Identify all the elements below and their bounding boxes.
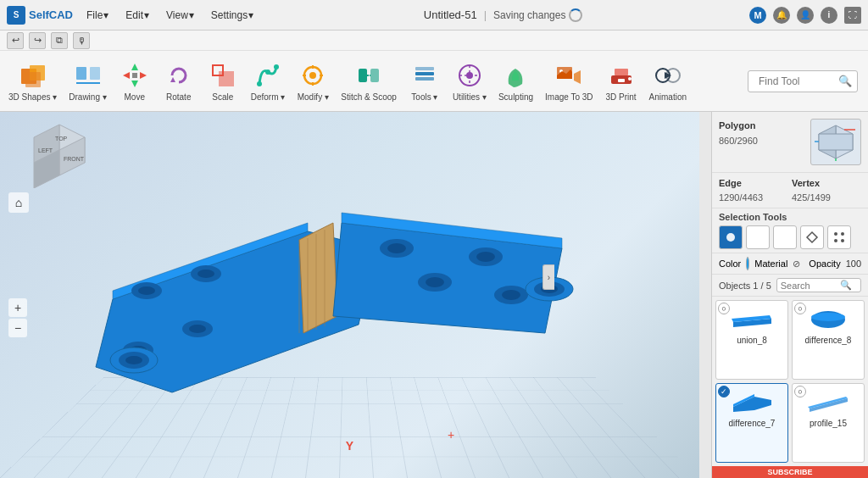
svg-rect-24 <box>370 69 379 82</box>
objects-search-input[interactable] <box>781 281 840 291</box>
logo-icon: S <box>7 6 25 25</box>
tool-stitch-scoop[interactable]: Stitch & Scoop <box>336 51 402 111</box>
svg-rect-3 <box>76 67 86 80</box>
logo-text: SelfCAD <box>29 8 73 21</box>
extra-select-button-2[interactable] <box>827 225 851 249</box>
home-button[interactable]: ⌂ <box>8 192 29 213</box>
svg-marker-41 <box>665 72 671 79</box>
menu-edit[interactable]: Edit ▾ <box>122 8 153 23</box>
svg-rect-36 <box>615 69 628 75</box>
profile-15-checkbox[interactable]: ○ <box>794 386 806 397</box>
svg-text:TOP: TOP <box>55 136 68 142</box>
svg-point-78 <box>726 233 735 242</box>
icon-fullscreen[interactable]: ⛶ <box>844 7 861 24</box>
svg-point-18 <box>309 72 316 79</box>
title-area: Untitled-51 | Saving changes <box>267 8 739 22</box>
color-material-row: Color Material ⊘ Opacity 100 <box>712 253 868 275</box>
svg-rect-4 <box>90 67 100 80</box>
zoom-out-button[interactable]: − <box>8 319 27 337</box>
tool-3d-shapes[interactable]: 3D Shapes ▾ <box>3 51 62 111</box>
axis-y-indicator: Y <box>346 439 353 453</box>
zoom-controls: + − <box>8 298 27 337</box>
svg-point-52 <box>125 356 142 364</box>
svg-point-80 <box>781 233 789 242</box>
3d-print-icon <box>606 60 637 91</box>
selection-tools-section: Selection Tools <box>712 208 868 253</box>
redo-button[interactable]: ↪ <box>29 32 46 49</box>
app-logo[interactable]: S SelfCAD <box>7 6 73 25</box>
select-edge-button[interactable] <box>746 225 770 249</box>
mic-button[interactable]: 🎙 <box>73 32 90 49</box>
object-difference-8[interactable]: ○ difference_8 <box>792 300 865 380</box>
image-to-3d-icon <box>554 60 584 91</box>
difference-7-thumbnail <box>726 387 777 417</box>
stitch-scoop-label: Stitch & Scoop <box>341 92 397 102</box>
find-search-icon[interactable]: 🔍 <box>838 75 852 87</box>
difference-7-name: difference_7 <box>729 419 776 428</box>
icon-user[interactable]: 👤 <box>797 7 814 24</box>
copy-button[interactable]: ⧉ <box>51 32 68 49</box>
subscribe-badge[interactable]: SUBSCRIBE <box>712 466 868 478</box>
menu-settings[interactable]: Settings ▾ <box>208 8 257 23</box>
svg-point-45 <box>189 325 206 333</box>
select-polygon-button[interactable] <box>719 225 743 249</box>
svg-marker-9 <box>140 72 147 79</box>
tool-utilities[interactable]: Utilities ▾ <box>448 51 492 111</box>
panel-collapse-button[interactable]: › <box>542 264 554 290</box>
svg-point-56 <box>502 290 520 300</box>
icon-m[interactable]: M <box>749 7 766 24</box>
menu-file[interactable]: File ▾ <box>83 8 112 23</box>
tool-scale[interactable]: Scale <box>202 51 244 111</box>
color-swatch[interactable] <box>746 257 749 270</box>
zoom-in-button[interactable]: + <box>8 298 27 317</box>
main-content: + TOP LEFT FRONT ⌂ + <box>0 112 868 478</box>
difference-8-checkbox[interactable]: ○ <box>794 303 806 314</box>
stitch-scoop-icon <box>353 60 384 91</box>
find-tool-input[interactable] <box>754 73 838 90</box>
undo-button[interactable]: ↩ <box>7 32 24 49</box>
select-vertex-button[interactable] <box>773 225 797 249</box>
icon-bell[interactable]: 🔔 <box>773 7 790 24</box>
tool-modify[interactable]: Modify ▾ <box>292 51 334 111</box>
material-icon: ⊘ <box>793 258 800 270</box>
svg-marker-74 <box>819 134 853 150</box>
object-profile-15[interactable]: ○ profile_15 <box>792 383 865 463</box>
3d-viewport[interactable]: + TOP LEFT FRONT ⌂ + <box>0 112 699 478</box>
deform-label: Deform ▾ <box>251 92 286 102</box>
selection-tools-label: Selection Tools <box>719 212 861 222</box>
tool-tools[interactable]: Tools ▾ <box>403 51 446 111</box>
rotate-label: Rotate <box>166 92 191 102</box>
find-tool-container: 🔍 <box>748 51 865 111</box>
move-icon <box>120 60 150 91</box>
utilities-icon <box>454 60 485 91</box>
deform-icon <box>253 60 283 91</box>
svg-marker-6 <box>131 64 138 70</box>
tool-drawing[interactable]: Drawing ▾ <box>64 51 111 111</box>
tool-sculpting[interactable]: Sculpting <box>493 51 538 111</box>
svg-point-16 <box>274 64 279 69</box>
icon-info[interactable]: i <box>821 7 837 24</box>
tool-rotate[interactable]: Rotate <box>158 51 200 111</box>
tool-animation[interactable]: Animation <box>644 51 692 111</box>
difference-7-checkbox[interactable]: ✓ <box>718 386 730 397</box>
navigation-cube[interactable]: TOP LEFT FRONT <box>25 120 93 188</box>
extra-select-button-1[interactable] <box>800 225 824 249</box>
search-icon[interactable]: 🔍 <box>840 280 852 291</box>
collapse-arrow-icon: › <box>548 273 550 282</box>
object-union-8[interactable]: ○ union_8 <box>715 300 788 380</box>
svg-marker-8 <box>123 72 130 79</box>
tool-move[interactable]: Move <box>114 51 156 111</box>
union-8-thumbnail <box>726 304 777 334</box>
menu-view[interactable]: View ▾ <box>163 8 198 23</box>
object-difference-7[interactable]: ✓ difference_7 <box>715 383 788 463</box>
svg-marker-11 <box>170 77 175 82</box>
main-toolbar: 3D Shapes ▾ Drawing ▾ Move <box>0 51 868 112</box>
svg-rect-26 <box>415 77 434 81</box>
svg-point-49 <box>198 270 214 278</box>
3d-shapes-icon <box>18 60 48 91</box>
tool-image-to-3d[interactable]: Image To 3D <box>540 51 598 111</box>
tool-3d-print[interactable]: 3D Print <box>600 51 643 111</box>
tool-deform[interactable]: Deform ▾ <box>246 51 291 111</box>
objects-header: Objects 1 / 5 🔍 <box>712 275 868 297</box>
union-8-checkbox[interactable]: ○ <box>718 303 730 314</box>
